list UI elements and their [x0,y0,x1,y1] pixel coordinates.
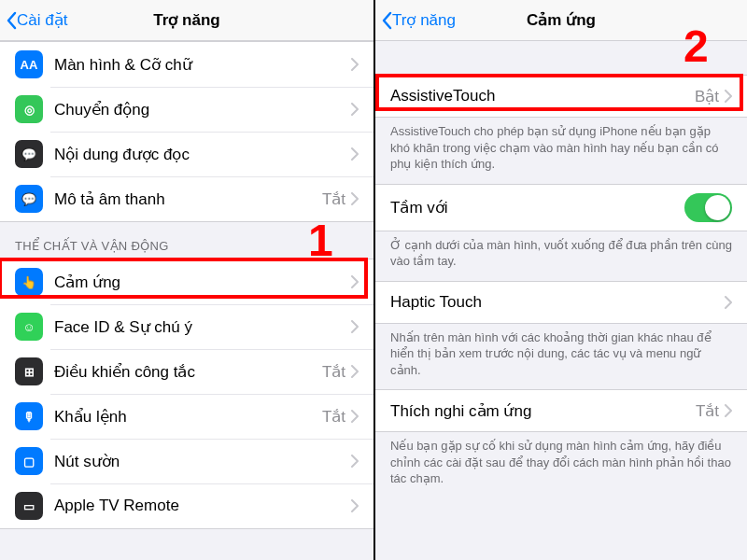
back-label: Cài đặt [17,10,67,30]
touch-accommodations-row[interactable]: Thích nghi cảm ứng Tắt [375,390,747,431]
navbar: Cài đặt Trợ năng [0,0,374,41]
row-label: Thích nghi cảm ứng [390,401,696,421]
chevron-right-icon [351,410,359,423]
chevron-right-icon [351,499,359,512]
chevron-left-icon [6,11,17,30]
chevron-right-icon [351,275,359,288]
settings-row[interactable]: 💬Mô tả âm thanhTắt [0,176,374,221]
assistivetouch-row[interactable]: AssistiveTouch Bật [375,76,747,117]
settings-row[interactable]: ☺Face ID & Sự chú ý [0,304,374,349]
row-label: Điều khiển công tắc [54,362,322,382]
back-button[interactable]: Trợ năng [375,10,456,30]
row-label: Mô tả âm thanh [54,189,322,209]
reachability-section: Tầm với [375,184,747,231]
chevron-right-icon [351,365,359,378]
assistivetouch-section: AssistiveTouch Bật [375,75,747,118]
chevron-right-icon [351,455,359,468]
chevron-right-icon [725,404,732,417]
display-text-icon: AA [15,50,43,78]
chevron-right-icon [351,320,359,333]
settings-touch-panel: Trợ năng Cảm ứng AssistiveTouch Bật Assi… [374,0,747,560]
back-label: Trợ năng [392,10,456,30]
chevron-right-icon [351,147,359,161]
section-header-physical: THỂ CHẤT VÀ VẬN ĐỘNG [0,222,374,259]
chevron-right-icon [725,90,732,103]
row-label: Face ID & Sự chú ý [54,317,351,337]
touch-accommodations-footer: Nếu bạn gặp sự cố khi sử dụng màn hình c… [375,432,747,498]
haptictouch-section: Haptic Touch [375,281,747,324]
touch-icon: 👆 [15,268,43,296]
row-label: Cảm ứng [54,273,351,292]
row-value: Tắt [696,401,719,421]
side-button-icon: ▢ [15,447,43,475]
settings-row[interactable]: 💬Nội dung được đọc [0,132,374,176]
voice-control-icon: 🎙 [15,402,43,430]
settings-row[interactable]: 👆Cảm ứng [0,259,374,304]
chevron-right-icon [351,192,359,205]
appletv-remote-icon: ▭ [15,492,43,520]
row-label: Chuyển động [54,100,351,119]
haptictouch-row[interactable]: Haptic Touch [375,282,747,323]
switch-control-icon: ⊞ [15,357,43,385]
settings-list-scroll[interactable]: AssistiveTouch Bật AssistiveTouch cho ph… [375,41,747,560]
reachability-row[interactable]: Tầm với [375,185,747,231]
row-label: Apple TV Remote [54,497,351,515]
row-value: Tắt [322,189,345,209]
navbar: Trợ năng Cảm ứng [375,0,747,41]
settings-row[interactable]: 🎙Khẩu lệnhTắt [0,394,374,439]
reachability-footer: Ở cạnh dưới của màn hình, vuốt xuống để … [375,231,747,281]
settings-row[interactable]: AAMàn hình & Cỡ chữ [0,42,374,87]
settings-list-scroll[interactable]: AAMàn hình & Cỡ chữ◎Chuyển động💬Nội dung… [0,41,374,560]
chevron-right-icon [351,58,359,71]
vision-section: AAMàn hình & Cỡ chữ◎Chuyển động💬Nội dung… [0,41,374,222]
assistivetouch-footer: AssistiveTouch cho phép bạn sử dụng iPho… [375,118,747,184]
row-label: Nút sườn [54,452,351,471]
row-label: Khẩu lệnh [54,407,322,427]
haptictouch-footer: Nhấn trên màn hình với các khoảng thời g… [375,324,747,390]
back-button[interactable]: Cài đặt [0,10,67,30]
motion-icon: ◎ [15,95,43,123]
reachability-toggle[interactable] [684,193,732,222]
row-value: Tắt [322,407,345,427]
faceid-icon: ☺ [15,313,43,341]
settings-row[interactable]: ▭Apple TV Remote [0,483,374,528]
spoken-content-icon: 💬 [15,140,43,168]
row-label: Tầm với [390,198,684,217]
settings-row[interactable]: ◎Chuyển động [0,87,374,132]
chevron-left-icon [381,11,392,30]
settings-accessibility-panel: Cài đặt Trợ năng AAMàn hình & Cỡ chữ◎Chu… [0,0,374,560]
chevron-right-icon [725,296,732,309]
row-value: Bật [695,87,719,106]
chevron-right-icon [351,103,359,116]
settings-row[interactable]: ⊞Điều khiển công tắcTắt [0,349,374,394]
row-value: Tắt [322,362,345,382]
row-label: Màn hình & Cỡ chữ [54,55,351,75]
settings-row[interactable]: ▢Nút sườn [0,439,374,483]
row-label: AssistiveTouch [390,87,695,105]
row-label: Nội dung được đọc [54,145,351,164]
audio-desc-icon: 💬 [15,185,43,213]
physical-section: 👆Cảm ứng☺Face ID & Sự chú ý⊞Điều khiển c… [0,259,374,529]
touch-accommodations-section: Thích nghi cảm ứng Tắt [375,389,747,432]
row-label: Haptic Touch [390,293,725,312]
